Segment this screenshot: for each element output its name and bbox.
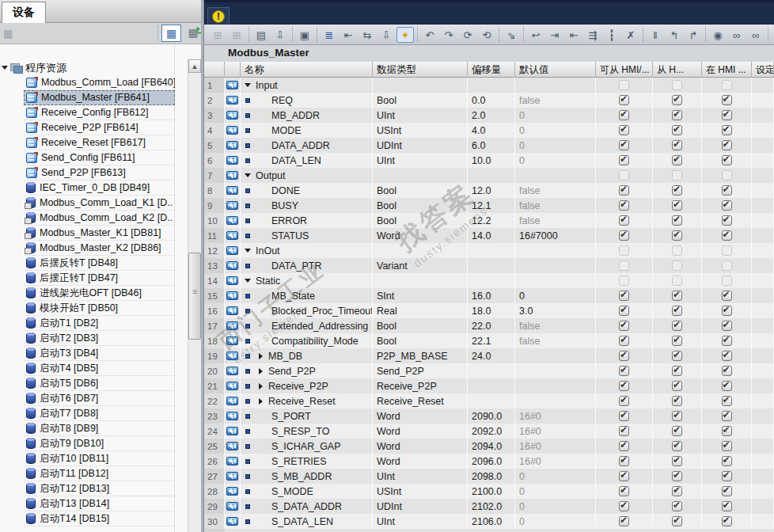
tree-item[interactable]: 启动T3 [DB4] bbox=[24, 346, 175, 361]
hmi-visible-checkbox[interactable] bbox=[722, 200, 732, 211]
hmi-visible-checkbox[interactable] bbox=[722, 351, 732, 361]
expand-icon[interactable] bbox=[259, 383, 263, 390]
default-value-cell[interactable]: false bbox=[515, 183, 596, 198]
tree-item[interactable]: IEC_Timer_0_DB [DB49] bbox=[24, 180, 175, 196]
pause-monitoring-icon[interactable]: ‖ bbox=[647, 27, 664, 43]
hmi-writable-checkbox[interactable] bbox=[672, 140, 682, 150]
data-type-cell[interactable] bbox=[373, 78, 468, 93]
hmi-accessible-checkbox[interactable] bbox=[619, 230, 629, 241]
default-value-cell[interactable]: 0 bbox=[515, 288, 596, 303]
default-value-cell[interactable] bbox=[515, 273, 596, 288]
default-value-cell[interactable]: 0 bbox=[515, 123, 596, 138]
name-cell[interactable]: S_RESP_TO bbox=[241, 424, 373, 439]
synchronize-block-icon[interactable]: ⟲ bbox=[478, 27, 495, 43]
panel-options-icon[interactable]: ▦ bbox=[3, 28, 13, 40]
name-cell[interactable]: BUSY bbox=[241, 198, 373, 213]
default-value-cell[interactable] bbox=[515, 243, 596, 258]
hmi-visible-checkbox[interactable] bbox=[722, 411, 732, 421]
detail-view-button[interactable]: ▦ bbox=[161, 25, 181, 42]
data-type-cell[interactable]: Bool bbox=[373, 333, 468, 348]
hmi-accessible-checkbox[interactable] bbox=[619, 396, 629, 406]
tree-item[interactable]: 启动T8 [DB9] bbox=[24, 421, 175, 436]
default-value-cell[interactable] bbox=[515, 258, 596, 273]
hmi-visible-checkbox[interactable] bbox=[722, 291, 732, 301]
default-value-cell[interactable] bbox=[515, 393, 596, 408]
tree-item[interactable]: 后摆正转T [DB47] bbox=[24, 271, 175, 286]
tree-item[interactable]: 启动T9 [DB10] bbox=[24, 436, 175, 451]
data-type-cell[interactable]: Bool bbox=[373, 198, 468, 213]
hmi-writable-checkbox[interactable] bbox=[672, 185, 682, 196]
name-cell[interactable]: DATA_ADDR bbox=[241, 138, 373, 153]
tree-item[interactable]: Modbus_Comm_Load_K1 [D.. bbox=[24, 196, 175, 211]
name-cell[interactable]: S_ICHAR_GAP bbox=[241, 439, 373, 454]
hmi-writable-checkbox[interactable] bbox=[672, 200, 682, 211]
tree-item[interactable]: 启动T11 [DB12] bbox=[24, 466, 175, 481]
hmi-visible-checkbox[interactable] bbox=[722, 306, 732, 316]
data-type-cell[interactable]: Word bbox=[373, 228, 468, 243]
tree-item[interactable]: Modbus_Master [FB641] bbox=[24, 90, 175, 105]
name-cell[interactable]: Extended_Addressing bbox=[241, 318, 373, 333]
hmi-writable-checkbox[interactable] bbox=[672, 366, 682, 376]
copy-snapshot-to-start-icon[interactable]: ⇤ bbox=[340, 27, 357, 43]
warning-indicator[interactable]: ! bbox=[207, 7, 230, 26]
hmi-visible-checkbox[interactable] bbox=[722, 185, 732, 196]
hmi-visible-checkbox[interactable] bbox=[722, 321, 732, 331]
hmi-visible-checkbox[interactable] bbox=[722, 471, 732, 481]
refresh-block-icon[interactable]: ⟳ bbox=[459, 27, 476, 43]
data-type-cell[interactable]: Real bbox=[373, 303, 468, 318]
expand-icon[interactable] bbox=[259, 398, 263, 405]
default-value-cell[interactable]: 16#0 bbox=[515, 424, 596, 439]
section-collapse-icon[interactable] bbox=[245, 173, 251, 177]
tree-item[interactable]: 后摆反转T [DB48] bbox=[24, 256, 175, 271]
hmi-accessible-checkbox[interactable] bbox=[619, 155, 629, 165]
tree-item[interactable]: 进线架光电OFT [DB46] bbox=[24, 286, 175, 301]
hmi-visible-checkbox[interactable] bbox=[722, 155, 732, 165]
hmi-accessible-checkbox[interactable] bbox=[619, 306, 629, 316]
name-cell[interactable]: DONE bbox=[241, 183, 373, 198]
data-type-cell[interactable]: UInt bbox=[373, 514, 468, 529]
hmi-accessible-checkbox[interactable] bbox=[619, 426, 629, 436]
column-header[interactable]: 从 H... bbox=[653, 62, 702, 78]
delete-row-icon[interactable]: ✗ bbox=[622, 27, 639, 43]
expand-icon[interactable] bbox=[259, 368, 263, 374]
find-in-block-icon[interactable]: ◉ bbox=[709, 27, 727, 43]
hmi-visible-checkbox[interactable] bbox=[722, 501, 732, 511]
hmi-visible-checkbox[interactable] bbox=[722, 456, 732, 466]
tree-item[interactable]: Send_P2P [FB613] bbox=[24, 165, 175, 180]
hmi-writable-checkbox[interactable] bbox=[672, 291, 682, 301]
jump-back-icon[interactable]: ↰ bbox=[666, 27, 683, 43]
name-cell[interactable]: DATA_PTR bbox=[241, 258, 373, 273]
open-external-source-icon[interactable]: ▤ bbox=[252, 27, 270, 43]
hmi-writable-checkbox[interactable] bbox=[672, 336, 682, 346]
data-type-cell[interactable] bbox=[373, 168, 468, 183]
data-type-cell[interactable] bbox=[373, 243, 468, 258]
collapse-arrow-icon[interactable] bbox=[2, 66, 8, 70]
default-value-cell[interactable]: false bbox=[515, 93, 596, 108]
data-type-cell[interactable]: Receive_P2P bbox=[373, 378, 468, 393]
hmi-writable-checkbox[interactable] bbox=[672, 456, 682, 466]
hmi-visible-checkbox[interactable] bbox=[722, 426, 732, 436]
column-header[interactable]: 可从 HMI/... bbox=[596, 62, 653, 78]
tree-item[interactable]: 启动T6 [DB7] bbox=[24, 391, 175, 406]
hmi-writable-checkbox[interactable] bbox=[672, 306, 682, 316]
name-cell[interactable]: Send_P2P bbox=[241, 363, 373, 378]
name-cell[interactable]: MB_ADDR bbox=[241, 108, 373, 123]
tree-item[interactable]: 启动T12 [DB13] bbox=[24, 481, 175, 496]
reset-start-values-icon[interactable]: ↶ bbox=[421, 27, 438, 43]
data-type-cell[interactable]: Receive_Reset bbox=[373, 393, 468, 408]
hmi-writable-checkbox[interactable] bbox=[672, 441, 682, 451]
hmi-accessible-checkbox[interactable] bbox=[619, 351, 629, 361]
default-value-cell[interactable]: 0 bbox=[515, 138, 596, 153]
tree-item[interactable]: Send_Config [FB611] bbox=[24, 150, 175, 165]
tree-item[interactable]: 启动T5 [DB6] bbox=[24, 376, 175, 391]
hmi-accessible-checkbox[interactable] bbox=[619, 471, 629, 481]
default-value-cell[interactable]: 0 bbox=[515, 108, 596, 123]
hmi-accessible-checkbox[interactable] bbox=[619, 125, 629, 135]
name-cell[interactable]: Compatibility_Mode bbox=[241, 333, 373, 348]
insert-separator-line-icon[interactable]: ┇ bbox=[603, 27, 620, 43]
hmi-visible-checkbox[interactable] bbox=[722, 95, 732, 105]
hmi-writable-checkbox[interactable] bbox=[672, 230, 682, 241]
data-type-cell[interactable]: Word bbox=[373, 454, 468, 469]
data-type-cell[interactable]: USInt bbox=[373, 484, 468, 499]
hmi-visible-checkbox[interactable] bbox=[722, 110, 732, 120]
